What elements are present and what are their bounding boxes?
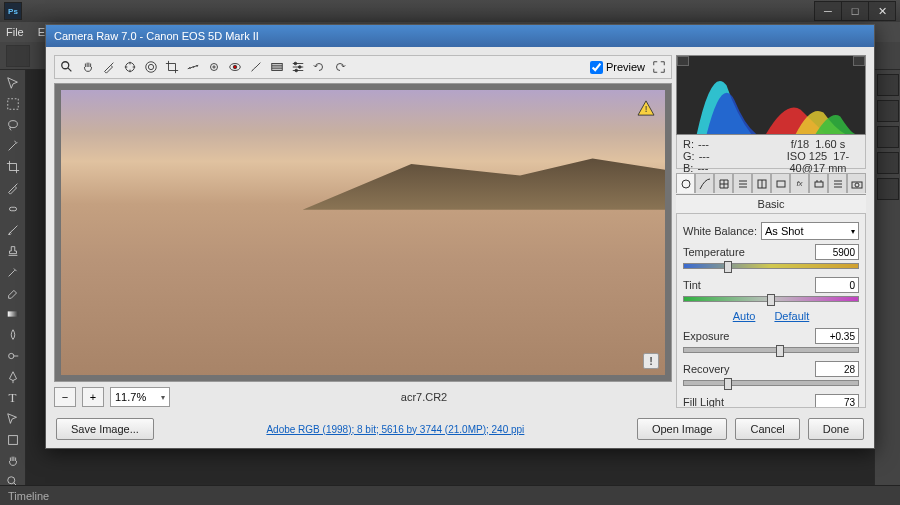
basic-panel: White Balance: As Shot Temperature Tint (676, 214, 866, 408)
rotate-cw-icon[interactable] (332, 59, 348, 75)
done-button[interactable]: Done (808, 418, 864, 440)
highlight-clip-icon[interactable] (853, 56, 865, 66)
exposure-value[interactable] (815, 328, 859, 344)
zoom-level[interactable]: 11.7% (110, 387, 170, 407)
auto-link[interactable]: Auto (733, 310, 756, 322)
redeye-icon[interactable] (227, 59, 243, 75)
tab-fx[interactable]: fx (790, 173, 809, 193)
type-tool-icon[interactable]: T (2, 388, 24, 408)
wb-select[interactable]: As Shot (761, 222, 859, 240)
straighten-icon[interactable] (185, 59, 201, 75)
tab-curve[interactable] (695, 173, 714, 193)
svg-text:!: ! (645, 103, 648, 114)
fullscreen-icon[interactable] (651, 59, 667, 75)
recovery-slider[interactable] (683, 380, 859, 386)
stamp-tool-icon[interactable] (2, 241, 24, 261)
svg-rect-3 (7, 311, 18, 316)
spot-removal-icon[interactable] (206, 59, 222, 75)
collapsed-panel-icon[interactable] (877, 178, 899, 200)
temperature-slider[interactable] (683, 263, 859, 269)
adjustment-brush-icon[interactable] (248, 59, 264, 75)
timeline-label[interactable]: Timeline (8, 490, 49, 502)
tab-detail[interactable] (714, 173, 733, 193)
prefs-icon[interactable] (290, 59, 306, 75)
history-brush-icon[interactable] (2, 262, 24, 282)
path-tool-icon[interactable] (2, 409, 24, 429)
gradient-tool-icon[interactable] (2, 304, 24, 324)
targeted-adjust-icon[interactable] (143, 59, 159, 75)
recovery-value[interactable] (815, 361, 859, 377)
dodge-tool-icon[interactable] (2, 346, 24, 366)
save-image-button[interactable]: Save Image... (56, 418, 154, 440)
temperature-label: Temperature (683, 246, 745, 258)
tint-label: Tint (683, 279, 701, 291)
tool-preset-icon[interactable] (6, 45, 30, 67)
info-icon[interactable]: ! (643, 353, 659, 369)
lasso-tool-icon[interactable] (2, 115, 24, 135)
svg-rect-5 (8, 436, 17, 445)
temperature-value[interactable] (815, 244, 859, 260)
tab-calibration[interactable] (809, 173, 828, 193)
graduated-filter-icon[interactable] (269, 59, 285, 75)
close-button[interactable]: ✕ (868, 1, 896, 21)
eraser-tool-icon[interactable] (2, 283, 24, 303)
cancel-button[interactable]: Cancel (735, 418, 799, 440)
exif-panel: R:--- G:--- B:--- f/18 1.60 s ISO 125 17… (676, 135, 866, 169)
tab-snapshots[interactable] (847, 173, 866, 193)
svg-rect-2 (9, 207, 16, 211)
preview-checkbox[interactable]: Preview (590, 61, 645, 74)
tab-lens[interactable] (771, 173, 790, 193)
tint-slider[interactable] (683, 296, 859, 302)
tools-panel: T (0, 70, 26, 485)
rotate-ccw-icon[interactable] (311, 59, 327, 75)
svg-rect-0 (7, 99, 18, 110)
shadow-clip-icon[interactable] (677, 56, 689, 66)
default-link[interactable]: Default (774, 310, 809, 322)
filllight-value[interactable] (815, 394, 859, 408)
collapsed-panel-icon[interactable] (877, 126, 899, 148)
brush-tool-icon[interactable] (2, 220, 24, 240)
heal-tool-icon[interactable] (2, 199, 24, 219)
hand-icon[interactable] (80, 59, 96, 75)
marquee-tool-icon[interactable] (2, 94, 24, 114)
maximize-button[interactable]: □ (841, 1, 869, 21)
tab-hsl[interactable] (733, 173, 752, 193)
blur-tool-icon[interactable] (2, 325, 24, 345)
minimize-button[interactable]: ─ (814, 1, 842, 21)
eyedropper-tool-icon[interactable] (2, 178, 24, 198)
crop-tool-icon[interactable] (2, 157, 24, 177)
zoom-icon[interactable] (59, 59, 75, 75)
svg-point-19 (682, 180, 690, 188)
panel-title: Basic (676, 195, 866, 214)
color-sampler-icon[interactable] (122, 59, 138, 75)
menu-file[interactable]: File (6, 26, 24, 38)
pen-tool-icon[interactable] (2, 367, 24, 387)
wand-tool-icon[interactable] (2, 136, 24, 156)
warning-icon: ! (637, 100, 655, 116)
workflow-options-link[interactable]: Adobe RGB (1998); 8 bit; 5616 by 3744 (2… (162, 424, 629, 435)
svg-point-6 (7, 477, 14, 484)
collapsed-panel-icon[interactable] (877, 100, 899, 122)
tab-basic[interactable] (676, 173, 695, 193)
collapsed-panel-icon[interactable] (877, 74, 899, 96)
move-tool-icon[interactable] (2, 73, 24, 93)
recovery-label: Recovery (683, 363, 729, 375)
wb-eyedropper-icon[interactable] (101, 59, 117, 75)
tab-presets[interactable] (828, 173, 847, 193)
crop-icon[interactable] (164, 59, 180, 75)
app-logo: Ps (4, 2, 22, 20)
tab-split[interactable] (752, 173, 771, 193)
raw-toolbar: Preview (54, 55, 672, 79)
tint-value[interactable] (815, 277, 859, 293)
right-panel-dock (874, 70, 900, 485)
hand-tool-icon[interactable] (2, 451, 24, 471)
filllight-label: Fill Light (683, 396, 724, 408)
open-image-button[interactable]: Open Image (637, 418, 728, 440)
zoom-out-button[interactable]: − (54, 387, 76, 407)
image-preview[interactable]: ! ! (54, 83, 672, 382)
exposure-slider[interactable] (683, 347, 859, 353)
zoom-in-button[interactable]: + (82, 387, 104, 407)
svg-rect-22 (815, 182, 823, 187)
shape-tool-icon[interactable] (2, 430, 24, 450)
collapsed-panel-icon[interactable] (877, 152, 899, 174)
